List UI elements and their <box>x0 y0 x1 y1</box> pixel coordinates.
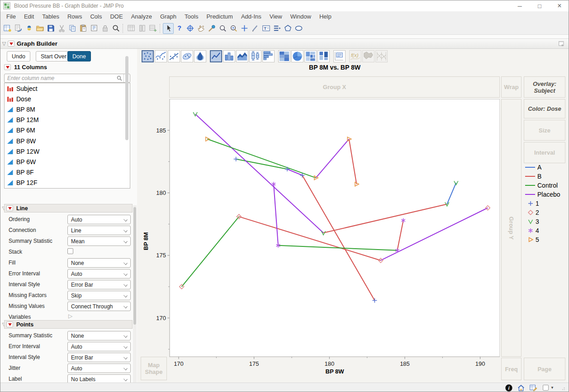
column-item-bp-12w[interactable]: BP 12W <box>5 146 130 156</box>
menu-window[interactable]: Window <box>286 11 315 22</box>
column-item-subject[interactable]: Subject <box>5 83 130 94</box>
drop-zone-wrap[interactable]: Wrap <box>501 76 522 98</box>
red-triangle-menu-icon[interactable] <box>8 41 14 47</box>
report-window-icon[interactable] <box>558 40 566 48</box>
search-icon[interactable] <box>110 23 121 34</box>
menu-tables[interactable]: Tables <box>38 11 63 22</box>
column-item-bp-12f[interactable]: BP 12F <box>5 178 130 188</box>
palette-smoother-icon[interactable] <box>155 50 167 62</box>
home-icon[interactable] <box>517 384 525 392</box>
points-red-triangle-icon[interactable] <box>6 321 13 327</box>
search-icon[interactable] <box>116 75 123 81</box>
line-interval-style-select[interactable]: Error Bar <box>67 280 131 289</box>
oval-icon[interactable] <box>293 23 304 34</box>
menu-tools[interactable]: Tools <box>180 11 202 22</box>
palette-formula-icon[interactable]: f(x) <box>349 50 361 62</box>
arrange-icon[interactable] <box>271 23 282 34</box>
legend-line-placebo[interactable]: Placebo <box>525 190 560 199</box>
drop-zone-group-x[interactable]: Group X <box>169 76 500 98</box>
brush-icon[interactable] <box>206 23 217 34</box>
menu-predictum[interactable]: Predictum <box>202 11 237 22</box>
plus-tool-icon[interactable] <box>239 23 250 34</box>
palette-line-icon[interactable] <box>210 50 222 62</box>
legend-marker-1[interactable]: 1 <box>525 199 560 208</box>
legend-line-a[interactable]: A <box>525 163 560 172</box>
legend-line-control[interactable]: Control <box>525 181 560 190</box>
resize-grip-icon[interactable] <box>559 384 567 392</box>
menu-help[interactable]: Help <box>315 11 336 22</box>
palette-parallel-plot-icon[interactable] <box>375 50 388 62</box>
line-ordering-select[interactable]: Auto <box>67 215 131 224</box>
column-item-bp-12m[interactable]: BP 12M <box>5 115 130 125</box>
line-missing-factors-select[interactable]: Skip <box>67 291 131 300</box>
annotate-icon[interactable]: T <box>261 23 271 34</box>
minimize-button[interactable]: ─ <box>510 0 530 11</box>
palette-treemap-icon[interactable] <box>304 50 317 62</box>
copy-icon[interactable] <box>67 23 78 34</box>
drop-zone-freq[interactable]: Freq <box>501 358 522 380</box>
magnifier-icon[interactable] <box>217 23 228 34</box>
column-search-input[interactable] <box>5 75 116 81</box>
palette-caption-box-icon[interactable] <box>333 50 346 62</box>
collapse-triangle-icon[interactable]: ▽ <box>0 41 8 47</box>
line-error-interval-select[interactable]: Auto <box>67 269 131 279</box>
lock-icon[interactable] <box>100 23 110 34</box>
new-data-view-icon[interactable] <box>13 23 24 34</box>
drop-zone-color[interactable]: Color: Dose <box>524 99 565 118</box>
menu-doe[interactable]: DOE <box>106 11 127 22</box>
palette-contour-icon[interactable] <box>194 50 206 62</box>
hand-icon[interactable] <box>195 23 206 34</box>
palette-heatmap-icon[interactable] <box>278 50 290 62</box>
zoom-in-icon[interactable] <box>228 23 239 34</box>
table-edit-icon[interactable] <box>529 384 537 392</box>
maximize-button[interactable]: □ <box>530 0 550 11</box>
palette-area-icon[interactable] <box>236 50 248 62</box>
cursor-icon[interactable] <box>163 23 174 34</box>
menu-rows[interactable]: Rows <box>63 11 86 22</box>
drop-zone-interval[interactable]: Interval <box>524 142 565 163</box>
polygon-icon[interactable] <box>282 23 293 34</box>
menu-analyze[interactable]: Analyze <box>127 11 156 22</box>
undo-button[interactable]: Undo <box>7 51 30 61</box>
points-interval-style-select[interactable]: Error Bar <box>67 353 131 362</box>
legend-line-b[interactable]: B <box>525 172 560 181</box>
legend-marker-4[interactable]: 4 <box>525 226 560 235</box>
help-icon[interactable]: ? <box>174 23 185 34</box>
line-fill-select[interactable]: None <box>67 258 131 268</box>
palette-histogram-icon[interactable] <box>262 50 275 62</box>
column-info-icon[interactable] <box>137 23 147 34</box>
menu-add-ins[interactable]: Add-Ins <box>237 11 266 22</box>
data-table-icon[interactable] <box>126 23 137 34</box>
line-missing-values-select[interactable]: Connect Through <box>67 302 131 311</box>
menu-cols[interactable]: Cols <box>86 11 106 22</box>
column-list-scrollbar[interactable] <box>125 56 128 140</box>
column-item-bp-8f[interactable]: BP 8F <box>5 167 130 178</box>
info-icon[interactable]: i <box>505 384 513 392</box>
paste-icon[interactable] <box>78 23 89 34</box>
menu-view[interactable]: View <box>266 11 286 22</box>
column-item-bp-6w[interactable]: BP 6W <box>5 156 130 167</box>
done-button[interactable]: Done <box>67 51 91 61</box>
menu-graph[interactable]: Graph <box>156 11 180 22</box>
open-icon[interactable] <box>34 23 45 34</box>
drop-zone-group-y[interactable]: Group Y <box>501 99 522 357</box>
settings-scrollbar[interactable] <box>133 205 137 383</box>
column-item-dose[interactable]: Dose <box>5 94 130 104</box>
line-stack-checkbox[interactable] <box>67 248 73 254</box>
menu-edit[interactable]: Edit <box>20 11 38 22</box>
points-error-interval-select[interactable]: Auto <box>67 342 131 351</box>
drop-zone-overlay[interactable]: Overlay:Subject <box>524 76 565 98</box>
status-checkbox[interactable] <box>543 385 549 391</box>
legend-marker-3[interactable]: 3 <box>525 217 560 226</box>
scatter-plot[interactable]: 170175180185190170175180185 <box>147 99 500 370</box>
points-jitter-select[interactable]: Auto <box>67 364 131 373</box>
palette-bar-icon[interactable] <box>223 50 235 62</box>
palette-mosaic-icon[interactable] <box>318 50 330 62</box>
drop-zone-page[interactable]: Page <box>524 358 565 380</box>
crosshair-icon[interactable] <box>185 23 195 34</box>
line-variables-disclosure-icon[interactable]: ▷ <box>68 313 72 319</box>
line-summary-statistic-select[interactable]: Mean <box>67 236 131 246</box>
palette-pie-icon[interactable] <box>291 50 303 62</box>
palette-line-of-fit-icon[interactable] <box>168 50 180 62</box>
close-button[interactable]: × <box>550 0 569 11</box>
